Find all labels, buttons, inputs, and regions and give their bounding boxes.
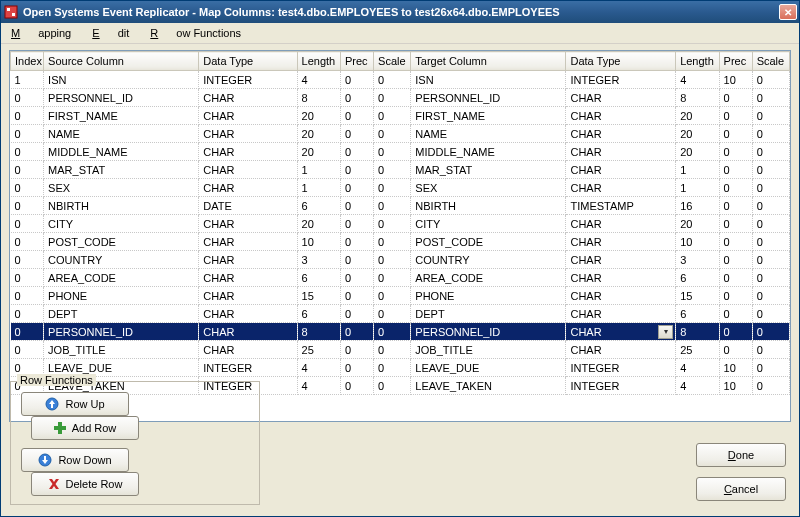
- add-row-button[interactable]: Add Row: [31, 416, 139, 440]
- cell-tgt-prec[interactable]: 0: [719, 323, 752, 341]
- cell-src-prec[interactable]: 0: [340, 377, 373, 395]
- cell-src-type[interactable]: INTEGER: [199, 359, 297, 377]
- cell-tgt-prec[interactable]: 0: [719, 251, 752, 269]
- cell-src-prec[interactable]: 0: [340, 269, 373, 287]
- header-tgt-length[interactable]: Length: [676, 52, 719, 71]
- cell-src-col[interactable]: NAME: [44, 125, 199, 143]
- cell-tgt-col[interactable]: PERSONNEL_ID: [411, 89, 566, 107]
- cell-tgt-scale[interactable]: 0: [752, 305, 789, 323]
- cell-tgt-len[interactable]: 20: [676, 215, 719, 233]
- cell-tgt-type[interactable]: CHAR: [566, 143, 676, 161]
- cell-src-len[interactable]: 8: [297, 89, 340, 107]
- cell-tgt-type[interactable]: INTEGER: [566, 71, 676, 89]
- cell-src-scale[interactable]: 0: [374, 161, 411, 179]
- header-target-column[interactable]: Target Column: [411, 52, 566, 71]
- cell-tgt-col[interactable]: LEAVE_DUE: [411, 359, 566, 377]
- cell-src-scale[interactable]: 0: [374, 89, 411, 107]
- cell-src-scale[interactable]: 0: [374, 359, 411, 377]
- cell-tgt-scale[interactable]: 0: [752, 359, 789, 377]
- cell-src-col[interactable]: ISN: [44, 71, 199, 89]
- cell-tgt-type[interactable]: CHAR▾: [566, 323, 676, 341]
- cell-src-len[interactable]: 6: [297, 269, 340, 287]
- cell-tgt-prec[interactable]: 0: [719, 107, 752, 125]
- cell-tgt-prec[interactable]: 0: [719, 233, 752, 251]
- cell-tgt-len[interactable]: 8: [676, 89, 719, 107]
- cell-src-scale[interactable]: 0: [374, 197, 411, 215]
- titlebar[interactable]: Open Systems Event Replicator - Map Colu…: [1, 1, 799, 23]
- cell-tgt-col[interactable]: COUNTRY: [411, 251, 566, 269]
- cell-src-type[interactable]: CHAR: [199, 89, 297, 107]
- cell-src-type[interactable]: CHAR: [199, 233, 297, 251]
- cell-src-type[interactable]: DATE: [199, 197, 297, 215]
- chevron-down-icon[interactable]: ▾: [658, 325, 673, 339]
- cell-tgt-type[interactable]: CHAR: [566, 233, 676, 251]
- cell-src-type[interactable]: CHAR: [199, 215, 297, 233]
- cell-tgt-type[interactable]: TIMESTAMP: [566, 197, 676, 215]
- cell-tgt-type[interactable]: CHAR: [566, 161, 676, 179]
- cell-tgt-scale[interactable]: 0: [752, 233, 789, 251]
- cell-index[interactable]: 0: [11, 323, 44, 341]
- table-row[interactable]: 1ISNINTEGER400ISNINTEGER4100: [11, 71, 790, 89]
- cell-tgt-prec[interactable]: 0: [719, 125, 752, 143]
- cell-src-scale[interactable]: 0: [374, 125, 411, 143]
- cell-tgt-prec[interactable]: 0: [719, 269, 752, 287]
- cell-index[interactable]: 0: [11, 215, 44, 233]
- cell-src-prec[interactable]: 0: [340, 125, 373, 143]
- cell-tgt-col[interactable]: CITY: [411, 215, 566, 233]
- cell-tgt-scale[interactable]: 0: [752, 269, 789, 287]
- cell-src-len[interactable]: 20: [297, 143, 340, 161]
- cell-src-len[interactable]: 4: [297, 377, 340, 395]
- cell-tgt-scale[interactable]: 0: [752, 215, 789, 233]
- cell-tgt-len[interactable]: 4: [676, 71, 719, 89]
- table-row[interactable]: 0PHONECHAR1500PHONECHAR1500: [11, 287, 790, 305]
- cell-tgt-type[interactable]: CHAR: [566, 341, 676, 359]
- cell-src-col[interactable]: FIRST_NAME: [44, 107, 199, 125]
- row-up-button[interactable]: Row Up: [21, 392, 129, 416]
- cell-src-len[interactable]: 25: [297, 341, 340, 359]
- cell-src-prec[interactable]: 0: [340, 233, 373, 251]
- cell-src-scale[interactable]: 0: [374, 215, 411, 233]
- cell-tgt-type[interactable]: CHAR: [566, 287, 676, 305]
- table-row[interactable]: 0PERSONNEL_IDCHAR800PERSONNEL_IDCHAR800: [11, 89, 790, 107]
- cell-index[interactable]: 0: [11, 179, 44, 197]
- cancel-button[interactable]: Cancel: [696, 477, 786, 501]
- cell-index[interactable]: 0: [11, 341, 44, 359]
- table-row[interactable]: 0CITYCHAR2000CITYCHAR2000: [11, 215, 790, 233]
- cell-tgt-len[interactable]: 20: [676, 125, 719, 143]
- cell-tgt-len[interactable]: 25: [676, 341, 719, 359]
- header-index[interactable]: Index: [11, 52, 44, 71]
- cell-src-col[interactable]: CITY: [44, 215, 199, 233]
- cell-tgt-col[interactable]: NBIRTH: [411, 197, 566, 215]
- cell-tgt-prec[interactable]: 0: [719, 179, 752, 197]
- table-row[interactable]: 0PERSONNEL_IDCHAR800PERSONNEL_IDCHAR▾800: [11, 323, 790, 341]
- cell-src-len[interactable]: 6: [297, 305, 340, 323]
- cell-src-len[interactable]: 15: [297, 287, 340, 305]
- cell-tgt-scale[interactable]: 0: [752, 71, 789, 89]
- cell-tgt-len[interactable]: 1: [676, 179, 719, 197]
- table-row[interactable]: 0POST_CODECHAR1000POST_CODECHAR1000: [11, 233, 790, 251]
- cell-tgt-prec[interactable]: 0: [719, 305, 752, 323]
- cell-tgt-scale[interactable]: 0: [752, 323, 789, 341]
- cell-tgt-prec[interactable]: 10: [719, 377, 752, 395]
- menu-mapping[interactable]: Mapping: [11, 27, 71, 39]
- cell-src-len[interactable]: 1: [297, 161, 340, 179]
- cell-src-scale[interactable]: 0: [374, 251, 411, 269]
- cell-tgt-scale[interactable]: 0: [752, 251, 789, 269]
- cell-tgt-len[interactable]: 4: [676, 359, 719, 377]
- cell-src-prec[interactable]: 0: [340, 215, 373, 233]
- cell-tgt-len[interactable]: 10: [676, 233, 719, 251]
- cell-src-prec[interactable]: 0: [340, 287, 373, 305]
- cell-tgt-prec[interactable]: 10: [719, 71, 752, 89]
- cell-src-type[interactable]: CHAR: [199, 107, 297, 125]
- cell-src-scale[interactable]: 0: [374, 233, 411, 251]
- cell-tgt-col[interactable]: SEX: [411, 179, 566, 197]
- cell-src-scale[interactable]: 0: [374, 377, 411, 395]
- cell-tgt-prec[interactable]: 0: [719, 341, 752, 359]
- cell-tgt-len[interactable]: 3: [676, 251, 719, 269]
- cell-tgt-len[interactable]: 1: [676, 161, 719, 179]
- delete-row-button[interactable]: Delete Row: [31, 472, 139, 496]
- cell-tgt-col[interactable]: PERSONNEL_ID: [411, 323, 566, 341]
- row-down-button[interactable]: Row Down: [21, 448, 129, 472]
- cell-src-col[interactable]: JOB_TITLE: [44, 341, 199, 359]
- cell-src-type[interactable]: CHAR: [199, 179, 297, 197]
